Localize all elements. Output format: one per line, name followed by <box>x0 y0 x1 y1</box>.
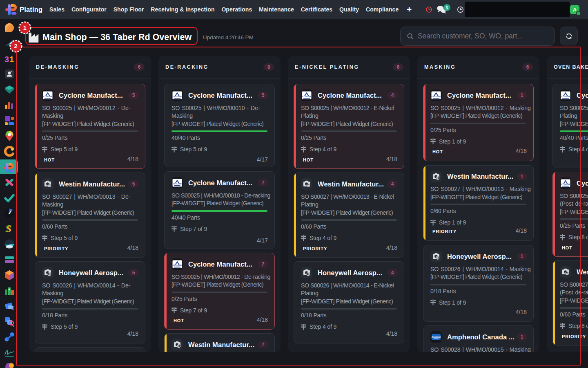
svg-text:1: 1 <box>9 55 14 64</box>
svg-text:S: S <box>7 224 11 234</box>
svg-text:3: 3 <box>4 55 9 64</box>
